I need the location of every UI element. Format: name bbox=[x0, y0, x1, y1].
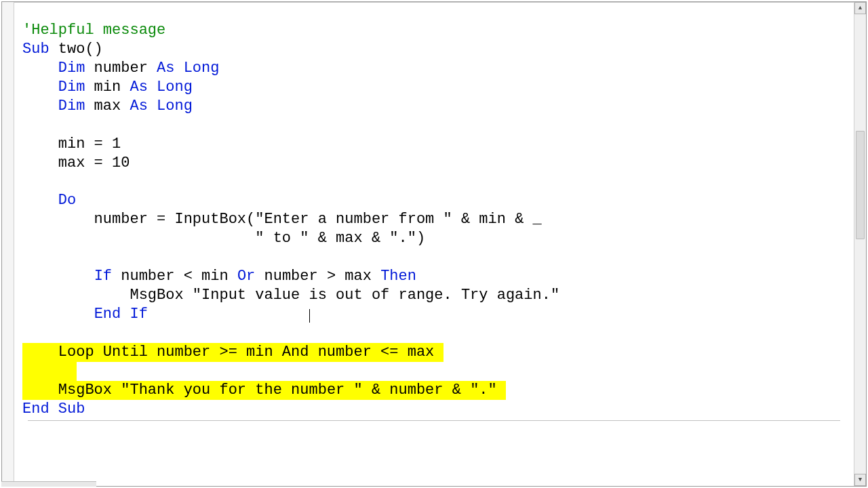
code-edit-area[interactable]: 'Helpful message Sub two() Dim number As… bbox=[14, 2, 854, 486]
assign-line: min = 1 bbox=[22, 136, 121, 152]
keyword-endif: End If bbox=[94, 306, 148, 323]
keyword-as: As bbox=[130, 98, 147, 115]
highlighted-line bbox=[22, 362, 77, 381]
keyword-then: Then bbox=[380, 268, 416, 285]
keyword-dim: Dim bbox=[58, 60, 85, 77]
var: max bbox=[85, 98, 130, 115]
keyword-if: If bbox=[94, 268, 112, 285]
var: number bbox=[85, 60, 157, 77]
bottom-tab-strip[interactable] bbox=[1, 481, 96, 487]
code-text: & max & bbox=[309, 230, 389, 247]
highlighted-line: Loop Until number >= min And number <= m… bbox=[22, 343, 443, 362]
string-literal: " to " bbox=[255, 230, 309, 247]
code-text: & min & _ bbox=[452, 211, 542, 228]
string-literal: "Thank you for the number " bbox=[121, 382, 362, 399]
scroll-down-button[interactable]: ▼ bbox=[854, 474, 866, 486]
assign-line: max = 10 bbox=[22, 155, 130, 171]
sub-name: two() bbox=[50, 41, 103, 58]
string-literal: "Input value is out of range. Try again.… bbox=[193, 287, 559, 304]
keyword-do: Do bbox=[58, 192, 76, 209]
vertical-scrollbar[interactable]: ▲ ▼ bbox=[854, 2, 866, 486]
keyword-long: Long bbox=[157, 98, 193, 115]
code-text: Loop Until number >= min And number <= m… bbox=[22, 344, 443, 361]
string-literal: "." bbox=[470, 382, 497, 399]
code-text: & number & bbox=[363, 382, 470, 399]
code-text: ) bbox=[416, 230, 425, 247]
keyword-long: Long bbox=[184, 60, 220, 77]
code-text: number < min bbox=[112, 268, 237, 285]
code-text: MsgBox bbox=[22, 287, 193, 304]
var: min bbox=[85, 79, 130, 96]
editor-gutter bbox=[2, 2, 14, 486]
keyword-dim: Dim bbox=[58, 79, 85, 96]
code-text: number > max bbox=[255, 268, 380, 285]
code-text bbox=[22, 230, 255, 247]
code-text: number = InputBox( bbox=[22, 211, 255, 228]
text-cursor bbox=[309, 309, 310, 323]
scroll-thumb[interactable] bbox=[856, 131, 865, 239]
keyword-dim: Dim bbox=[58, 98, 85, 115]
chevron-up-icon: ▲ bbox=[859, 5, 862, 12]
scroll-up-button[interactable]: ▲ bbox=[854, 2, 866, 14]
comment-line: 'Helpful message bbox=[22, 22, 165, 39]
string-literal: "Enter a number from " bbox=[255, 211, 452, 228]
chevron-down-icon: ▼ bbox=[859, 476, 862, 483]
keyword-sub: Sub bbox=[22, 41, 50, 58]
keyword-long: Long bbox=[157, 79, 193, 96]
procedure-divider bbox=[28, 420, 840, 421]
code-text: MsgBox bbox=[22, 382, 121, 399]
keyword-as: As bbox=[130, 79, 147, 96]
keyword-endsub: End Sub bbox=[22, 401, 85, 418]
string-literal: "." bbox=[389, 230, 416, 247]
keyword-or: Or bbox=[237, 268, 255, 285]
highlighted-line: MsgBox "Thank you for the number " & num… bbox=[22, 381, 506, 400]
code-editor-frame: 'Helpful message Sub two() Dim number As… bbox=[1, 1, 867, 487]
keyword-as: As bbox=[157, 60, 174, 77]
